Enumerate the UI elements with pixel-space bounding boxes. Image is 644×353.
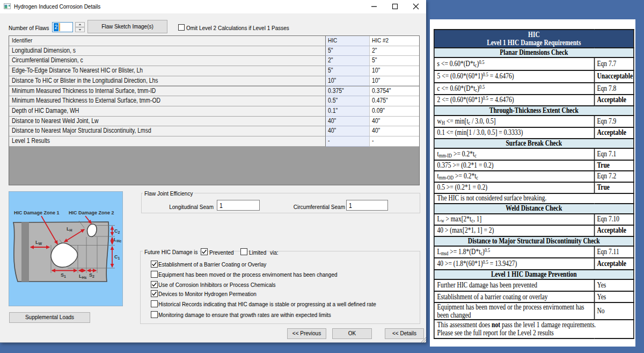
svg-text:HIC Damage Zone 1: HIC Damage Zone 1	[14, 210, 60, 215]
svg-text:HIC Damage Zone 2: HIC Damage Zone 2	[69, 210, 114, 215]
